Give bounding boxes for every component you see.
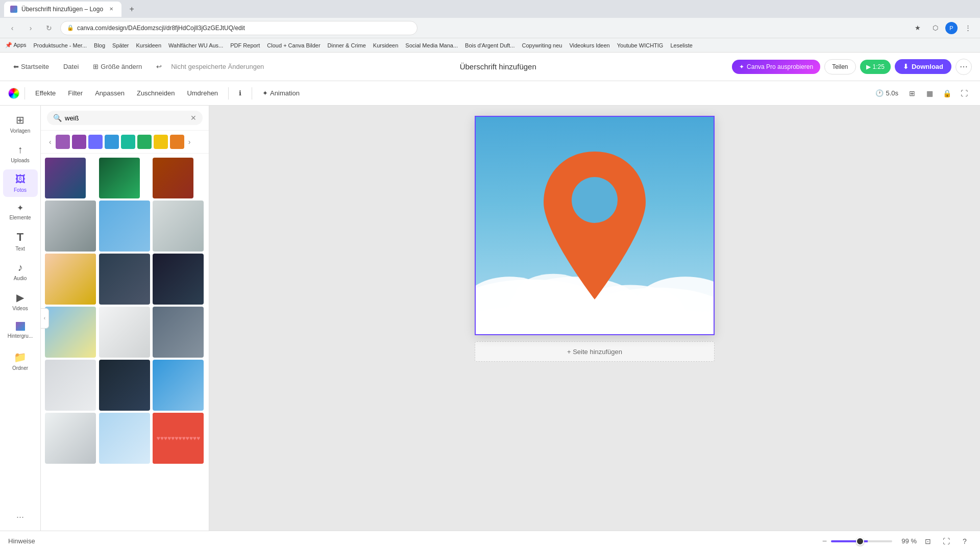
canvas-area[interactable]: + Seite hinzufügen <box>209 106 980 531</box>
effects-button[interactable]: Effekte <box>30 87 61 99</box>
palette-color-teal[interactable] <box>121 135 135 149</box>
crop-button[interactable]: Zuschneiden <box>132 87 180 99</box>
bookmark-social[interactable]: Social Media Mana... <box>405 42 458 48</box>
flip-button[interactable]: Umdrehen <box>182 87 223 99</box>
photo-item-11[interactable] <box>99 307 150 358</box>
sidebar-item-uploads[interactable]: ↑ Uploads <box>3 140 38 167</box>
photo-item-13[interactable] <box>45 360 96 411</box>
palette-color-blue-light[interactable] <box>88 135 103 149</box>
grid-overlay-button[interactable]: ⊞ <box>904 86 920 101</box>
filter-button[interactable]: Filter <box>63 87 88 99</box>
add-page-button[interactable]: + Seite hinzufügen <box>475 341 715 362</box>
bookmark-star-button[interactable]: ★ <box>911 21 925 35</box>
extensions-button[interactable]: ⬡ <box>928 21 942 35</box>
photo-item-1[interactable] <box>45 158 86 198</box>
lock-button[interactable]: 🔒 <box>939 86 954 101</box>
info-button[interactable]: ℹ <box>234 87 247 99</box>
search-input[interactable] <box>65 114 187 122</box>
fullscreen-button[interactable]: ⛶ <box>957 86 972 101</box>
sidebar-item-elemente[interactable]: ✦ Elemente <box>3 199 38 224</box>
photo-item-12[interactable] <box>153 307 204 358</box>
reload-button[interactable]: ↻ <box>42 21 56 35</box>
color-picker-button[interactable] <box>8 88 19 99</box>
bookmark-videokurs[interactable]: Videokurs Ideen <box>569 42 609 48</box>
sidebar-item-ordner[interactable]: 📁 Ordner <box>3 347 38 375</box>
fullscreen-button[interactable]: ⛶ <box>939 534 953 548</box>
resize-button[interactable]: ⊞ Größe ändern <box>88 60 147 73</box>
download-button[interactable]: ⬇ Download <box>895 59 951 74</box>
palette-color-blue[interactable] <box>105 135 119 149</box>
photo-item-3[interactable] <box>153 158 193 198</box>
palette-next-button[interactable]: › <box>186 136 193 148</box>
active-tab[interactable]: Überschrift hinzufügen – Logo ✕ <box>4 2 121 17</box>
more-button[interactable]: ⋮ <box>961 21 975 35</box>
photo-item-5[interactable] <box>99 201 150 252</box>
play-button[interactable]: ▶ 1:25 <box>860 60 891 74</box>
sidebar-item-audio[interactable]: ♪ Audio <box>3 258 38 285</box>
document-title[interactable]: Überschrift hinzufügen <box>270 62 726 71</box>
photo-item-7[interactable] <box>45 254 96 305</box>
undo-button[interactable]: ↩ <box>151 60 167 73</box>
home-button[interactable]: ⬅ Startseite <box>8 60 54 73</box>
adjust-button[interactable]: Anpassen <box>90 87 130 99</box>
photo-item-4[interactable] <box>45 201 96 252</box>
bookmark-leseliste[interactable]: Leseliste <box>670 42 692 48</box>
canva-pro-button[interactable]: ✦ Canva Pro ausprobieren <box>732 60 820 74</box>
bookmark-pdf[interactable]: PDF Report <box>230 42 260 48</box>
new-tab-button[interactable]: + <box>125 2 139 16</box>
forward-button[interactable]: › <box>23 21 38 35</box>
zoom-out-button[interactable]: − <box>822 537 827 546</box>
panel-collapse-button[interactable]: ‹ <box>41 308 49 329</box>
photo-item-16[interactable] <box>45 413 96 464</box>
sidebar-item-hintergrund[interactable]: ⬛ Hintergru... <box>3 317 38 343</box>
bookmark-bois[interactable]: Bois d'Argent Duft... <box>465 42 514 48</box>
bookmark-spaeter[interactable]: Später <box>112 42 129 48</box>
address-bar[interactable]: 🔒 canva.com/design/DAEdomzscjl/dr8fjHdCo… <box>60 21 418 35</box>
bookmark-youtube[interactable]: Youtube WICHTIG <box>617 42 664 48</box>
pin-container[interactable] <box>476 117 714 334</box>
tab-close-button[interactable]: ✕ <box>107 5 115 13</box>
palette-color-orange[interactable] <box>170 135 184 149</box>
photo-item-15[interactable] <box>153 360 204 411</box>
sidebar-item-videos[interactable]: ▶ Videos <box>3 287 38 315</box>
palette-color-green[interactable] <box>137 135 152 149</box>
share-button[interactable]: Teilen <box>824 59 855 74</box>
search-clear-button[interactable]: ✕ <box>190 114 197 122</box>
palette-color-yellow[interactable] <box>154 135 168 149</box>
photo-item-8[interactable] <box>99 254 150 305</box>
sidebar-more-button[interactable]: ··· <box>12 508 28 527</box>
bookmark-copywriting[interactable]: Copywriting neu <box>522 42 562 48</box>
palette-color-purple[interactable] <box>56 135 70 149</box>
fit-page-button[interactable]: ⊡ <box>921 534 935 548</box>
sidebar-item-fotos[interactable]: 🖼 Fotos <box>3 169 38 197</box>
photo-item-2[interactable] <box>99 158 140 198</box>
bookmark-kursideen1[interactable]: Kursideen <box>136 42 162 48</box>
animation-button[interactable]: ✦ Animation <box>257 87 305 99</box>
palette-prev-button[interactable]: ‹ <box>47 136 54 148</box>
zoom-slider[interactable] <box>831 540 892 542</box>
bookmark-wahlfaecher[interactable]: Wahlfächer WU Aus... <box>168 42 223 48</box>
profile-button[interactable]: P <box>945 22 958 34</box>
photo-item-14[interactable] <box>99 360 150 411</box>
back-button[interactable]: ‹ <box>5 21 19 35</box>
palette-color-violet[interactable] <box>72 135 86 149</box>
more-options-button[interactable]: ⋯ <box>955 59 972 75</box>
checkerboard-button[interactable]: ▦ <box>922 86 937 101</box>
bookmark-dinner[interactable]: Dinner & Crime <box>328 42 366 48</box>
bookmark-kursideen2[interactable]: Kursideen <box>373 42 399 48</box>
bookmark-blog[interactable]: Blog <box>94 42 105 48</box>
photo-item-9[interactable] <box>153 254 204 305</box>
sidebar-item-vorlagen[interactable]: ⊞ Vorlagen <box>3 110 38 138</box>
bookmark-canva-bilder[interactable]: Cloud + Canva Bilder <box>267 42 320 48</box>
photo-item-6[interactable] <box>153 201 204 252</box>
bookmark-produktsuche[interactable]: Produktsuche - Mer... <box>34 42 87 48</box>
photo-item-17[interactable] <box>99 413 150 464</box>
photo-item-10[interactable] <box>45 307 96 358</box>
photo-item-18[interactable]: ♥♥♥♥♥♥♥♥♥♥♥♥ <box>153 413 204 464</box>
canvas-page[interactable] <box>475 116 715 335</box>
file-menu-button[interactable]: Datei <box>58 60 84 73</box>
search-input-wrapper[interactable]: 🔍 ✕ <box>47 111 203 125</box>
sidebar-item-text[interactable]: T Text <box>3 227 38 256</box>
help-button[interactable]: ? <box>958 534 972 548</box>
bookmark-apps[interactable]: 📌 Apps <box>5 42 27 48</box>
